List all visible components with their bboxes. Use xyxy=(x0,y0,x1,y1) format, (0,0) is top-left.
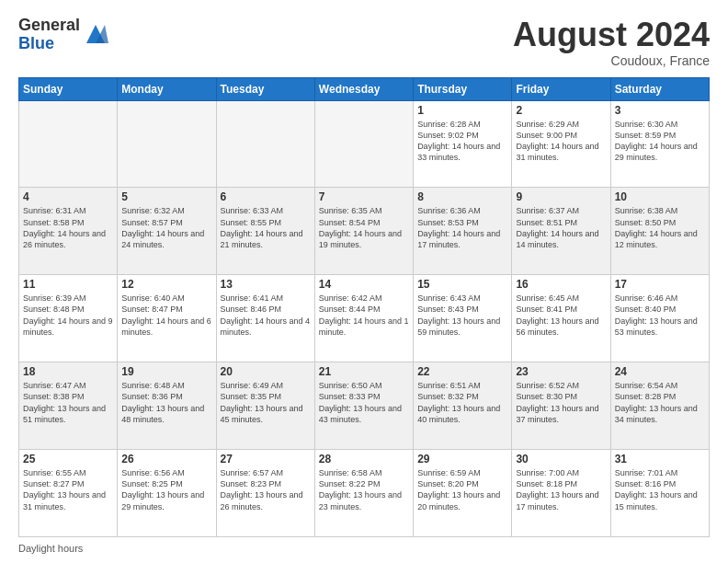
table-row: 9Sunrise: 6:37 AMSunset: 8:51 PMDaylight… xyxy=(512,188,610,275)
day-info: Sunrise: 6:35 AMSunset: 8:54 PMDaylight:… xyxy=(319,205,409,250)
col-monday: Monday xyxy=(118,77,216,100)
day-number: 14 xyxy=(319,278,409,291)
day-info: Sunrise: 6:59 AMSunset: 8:20 PMDaylight:… xyxy=(417,467,507,512)
day-info: Sunrise: 6:45 AMSunset: 8:41 PMDaylight:… xyxy=(516,293,606,338)
table-row: 25Sunrise: 6:55 AMSunset: 8:27 PMDayligh… xyxy=(19,450,118,537)
day-number: 20 xyxy=(221,365,311,378)
day-number: 30 xyxy=(516,453,606,465)
table-row xyxy=(118,100,216,188)
day-number: 21 xyxy=(319,365,409,378)
table-row: 27Sunrise: 6:57 AMSunset: 8:23 PMDayligh… xyxy=(216,450,314,537)
table-row: 2Sunrise: 6:29 AMSunset: 9:00 PMDaylight… xyxy=(512,100,610,188)
table-row: 19Sunrise: 6:48 AMSunset: 8:36 PMDayligh… xyxy=(118,362,216,450)
day-number: 12 xyxy=(121,278,211,291)
calendar-week-row: 18Sunrise: 6:47 AMSunset: 8:38 PMDayligh… xyxy=(19,362,710,450)
calendar-week-row: 25Sunrise: 6:55 AMSunset: 8:27 PMDayligh… xyxy=(19,450,710,537)
day-info: Sunrise: 6:32 AMSunset: 8:57 PMDaylight:… xyxy=(121,205,211,250)
day-number: 5 xyxy=(121,190,211,203)
day-info: Sunrise: 6:48 AMSunset: 8:36 PMDaylight:… xyxy=(121,380,211,425)
day-info: Sunrise: 6:39 AMSunset: 8:48 PMDaylight:… xyxy=(23,293,113,338)
logo-text: General Blue xyxy=(18,17,80,53)
table-row: 28Sunrise: 6:58 AMSunset: 8:22 PMDayligh… xyxy=(314,450,413,537)
table-row: 22Sunrise: 6:51 AMSunset: 8:32 PMDayligh… xyxy=(414,362,512,450)
location: Coudoux, France xyxy=(513,53,710,68)
footer-text: Daylight hours xyxy=(18,543,83,554)
day-number: 6 xyxy=(221,190,311,203)
day-number: 23 xyxy=(516,365,606,378)
day-info: Sunrise: 6:55 AMSunset: 8:27 PMDaylight:… xyxy=(23,467,113,512)
table-row: 4Sunrise: 6:31 AMSunset: 8:58 PMDaylight… xyxy=(19,188,118,275)
day-number: 29 xyxy=(417,453,507,465)
day-info: Sunrise: 6:49 AMSunset: 8:35 PMDaylight:… xyxy=(221,380,311,425)
logo: General Blue xyxy=(18,17,108,53)
col-thursday: Thursday xyxy=(414,77,512,100)
table-row: 3Sunrise: 6:30 AMSunset: 8:59 PMDaylight… xyxy=(610,100,709,188)
col-friday: Friday xyxy=(512,77,610,100)
table-row: 1Sunrise: 6:28 AMSunset: 9:02 PMDaylight… xyxy=(414,100,512,188)
day-info: Sunrise: 6:46 AMSunset: 8:40 PMDaylight:… xyxy=(615,293,705,338)
calendar-week-row: 1Sunrise: 6:28 AMSunset: 9:02 PMDaylight… xyxy=(19,100,710,188)
table-row: 10Sunrise: 6:38 AMSunset: 8:50 PMDayligh… xyxy=(610,188,709,275)
day-info: Sunrise: 6:43 AMSunset: 8:43 PMDaylight:… xyxy=(417,293,507,338)
day-number: 4 xyxy=(23,190,113,203)
day-info: Sunrise: 6:42 AMSunset: 8:44 PMDaylight:… xyxy=(319,293,409,338)
day-number: 18 xyxy=(23,365,113,378)
day-number: 9 xyxy=(516,190,606,203)
table-row: 11Sunrise: 6:39 AMSunset: 8:48 PMDayligh… xyxy=(19,275,118,362)
day-info: Sunrise: 6:29 AMSunset: 9:00 PMDaylight:… xyxy=(516,119,606,164)
month-title: August 2024 xyxy=(513,17,710,53)
day-info: Sunrise: 6:52 AMSunset: 8:30 PMDaylight:… xyxy=(516,380,606,425)
day-number: 15 xyxy=(417,278,507,291)
day-number: 25 xyxy=(23,453,113,465)
table-row xyxy=(19,100,118,188)
table-row: 8Sunrise: 6:36 AMSunset: 8:53 PMDaylight… xyxy=(414,188,512,275)
table-row: 16Sunrise: 6:45 AMSunset: 8:41 PMDayligh… xyxy=(512,275,610,362)
table-row: 7Sunrise: 6:35 AMSunset: 8:54 PMDaylight… xyxy=(314,188,413,275)
table-row: 18Sunrise: 6:47 AMSunset: 8:38 PMDayligh… xyxy=(19,362,118,450)
calendar-week-row: 11Sunrise: 6:39 AMSunset: 8:48 PMDayligh… xyxy=(19,275,710,362)
table-row: 20Sunrise: 6:49 AMSunset: 8:35 PMDayligh… xyxy=(216,362,314,450)
day-number: 16 xyxy=(516,278,606,291)
col-wednesday: Wednesday xyxy=(314,77,413,100)
header: General Blue August 2024 Coudoux, France xyxy=(18,17,710,68)
day-info: Sunrise: 6:36 AMSunset: 8:53 PMDaylight:… xyxy=(417,205,507,250)
logo-blue: Blue xyxy=(18,35,80,53)
day-number: 17 xyxy=(615,278,705,291)
day-number: 24 xyxy=(615,365,705,378)
table-row: 14Sunrise: 6:42 AMSunset: 8:44 PMDayligh… xyxy=(314,275,413,362)
table-row xyxy=(314,100,413,188)
table-row: 26Sunrise: 6:56 AMSunset: 8:25 PMDayligh… xyxy=(118,450,216,537)
table-row: 6Sunrise: 6:33 AMSunset: 8:55 PMDaylight… xyxy=(216,188,314,275)
day-info: Sunrise: 6:30 AMSunset: 8:59 PMDaylight:… xyxy=(615,119,705,164)
day-info: Sunrise: 6:47 AMSunset: 8:38 PMDaylight:… xyxy=(23,380,113,425)
col-tuesday: Tuesday xyxy=(216,77,314,100)
day-info: Sunrise: 6:37 AMSunset: 8:51 PMDaylight:… xyxy=(516,205,606,250)
day-number: 10 xyxy=(615,190,705,203)
day-number: 13 xyxy=(221,278,311,291)
day-info: Sunrise: 6:51 AMSunset: 8:32 PMDaylight:… xyxy=(417,380,507,425)
day-info: Sunrise: 6:28 AMSunset: 9:02 PMDaylight:… xyxy=(417,119,507,164)
table-row: 15Sunrise: 6:43 AMSunset: 8:43 PMDayligh… xyxy=(414,275,512,362)
table-row: 21Sunrise: 6:50 AMSunset: 8:33 PMDayligh… xyxy=(314,362,413,450)
day-info: Sunrise: 6:33 AMSunset: 8:55 PMDaylight:… xyxy=(221,205,311,250)
day-info: Sunrise: 6:50 AMSunset: 8:33 PMDaylight:… xyxy=(319,380,409,425)
page: General Blue August 2024 Coudoux, France… xyxy=(0,0,728,563)
day-number: 22 xyxy=(417,365,507,378)
day-number: 19 xyxy=(121,365,211,378)
day-info: Sunrise: 6:58 AMSunset: 8:22 PMDaylight:… xyxy=(319,467,409,512)
day-info: Sunrise: 6:31 AMSunset: 8:58 PMDaylight:… xyxy=(23,205,113,250)
logo-general: General xyxy=(18,17,80,35)
day-info: Sunrise: 6:38 AMSunset: 8:50 PMDaylight:… xyxy=(615,205,705,250)
day-info: Sunrise: 6:40 AMSunset: 8:47 PMDaylight:… xyxy=(121,293,211,338)
col-sunday: Sunday xyxy=(19,77,118,100)
day-number: 11 xyxy=(23,278,113,291)
footer: Daylight hours xyxy=(18,543,710,554)
calendar-header-row: Sunday Monday Tuesday Wednesday Thursday… xyxy=(19,77,710,100)
table-row: 23Sunrise: 6:52 AMSunset: 8:30 PMDayligh… xyxy=(512,362,610,450)
table-row: 5Sunrise: 6:32 AMSunset: 8:57 PMDaylight… xyxy=(118,188,216,275)
col-saturday: Saturday xyxy=(610,77,709,100)
table-row: 24Sunrise: 6:54 AMSunset: 8:28 PMDayligh… xyxy=(610,362,709,450)
day-info: Sunrise: 6:57 AMSunset: 8:23 PMDaylight:… xyxy=(221,467,311,512)
day-number: 27 xyxy=(221,453,311,465)
day-number: 3 xyxy=(615,104,705,117)
